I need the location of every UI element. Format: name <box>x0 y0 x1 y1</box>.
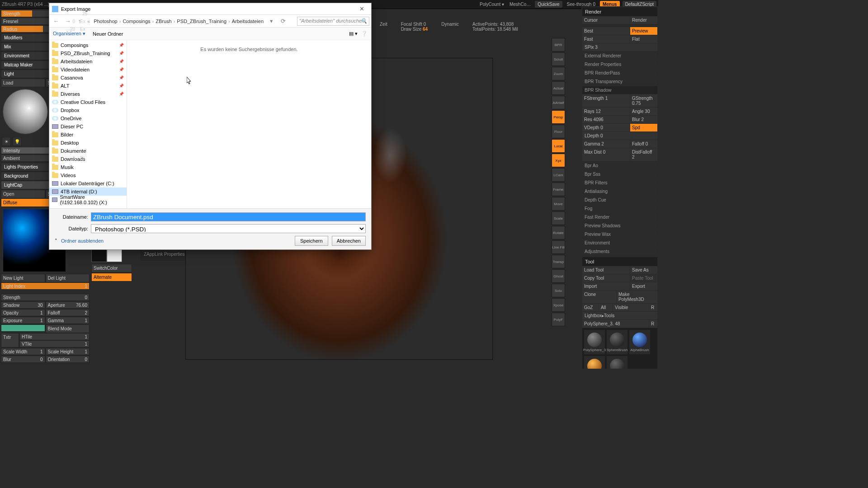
cancel-button[interactable]: Abbrechen <box>332 236 366 246</box>
gamma-slider-r[interactable]: Gamma 2 <box>582 140 630 148</box>
side-aahalf-button[interactable]: AAHalf <box>552 96 565 109</box>
tree-casanova[interactable]: Casanova📌 <box>49 74 127 82</box>
fast-button[interactable]: Fast <box>582 35 630 43</box>
tool-polysphere_3[interactable]: PolySphere_3 <box>584 330 605 354</box>
tree-videos[interactable]: Videos <box>49 171 127 179</box>
res-slider[interactable]: Res 4096 <box>582 116 630 123</box>
tree-downloads[interactable]: Downloads <box>49 155 127 163</box>
render-preview-shadows-header[interactable]: Preview Shadows <box>582 222 657 230</box>
new-folder-button[interactable]: Neuer Ordner <box>93 31 123 37</box>
light-index-slider[interactable]: Light Index1 <box>1 282 90 290</box>
hide-folders-button[interactable]: Ordner ausblenden <box>61 238 104 244</box>
aperture-slider[interactable]: Aperture76.60 <box>46 301 90 309</box>
crumb-dropdown[interactable]: ▾ <box>266 16 276 26</box>
side-line-fill-button[interactable]: Line Fill <box>552 240 565 254</box>
paste-tool-button[interactable]: Paste Tool <box>630 274 657 282</box>
hide-folders-chevron[interactable]: ˄ <box>55 238 57 244</box>
render-fog-header[interactable]: Fog <box>582 205 657 212</box>
tree-musik[interactable]: Musik <box>49 163 127 171</box>
tree-lokaler-datentr-ger-c-[interactable]: Lokaler Datenträger (C:) <box>49 179 127 188</box>
del-light-button[interactable]: Del Light <box>46 274 90 282</box>
color-swatch-white[interactable] <box>107 249 122 262</box>
txtr-button[interactable]: Txtr <box>1 333 19 347</box>
side-xpose-button[interactable]: Xpose <box>552 298 565 312</box>
light-sun-icon[interactable]: ☀ <box>2 137 11 146</box>
side-bpr-button[interactable]: BPR <box>552 38 565 52</box>
close-button[interactable]: ✕ <box>355 5 368 14</box>
goz-visible-button[interactable]: Visible <box>613 304 649 311</box>
render-props-header[interactable]: Render Properties <box>582 61 657 68</box>
side-actual-button[interactable]: Actual <box>552 81 565 95</box>
crumb-zbrush[interactable]: ZBrush <box>155 19 172 24</box>
export-button[interactable]: Export <box>630 282 657 290</box>
side-lcam-button[interactable]: LCam <box>552 168 565 182</box>
color-swatch-black[interactable] <box>91 249 107 262</box>
make-polymesh-button[interactable]: Make PolyMesh3D <box>617 291 657 303</box>
tree-composings[interactable]: Composings📌 <box>49 41 127 49</box>
nav-back-button[interactable]: ← <box>51 16 61 26</box>
rays-slider[interactable]: Rays 12 <box>582 108 630 115</box>
current-mesh[interactable]: PolySphere_3. 48 <box>582 320 649 328</box>
save-button[interactable]: Speichern <box>295 236 328 246</box>
distfalloff-slider[interactable]: DistFalloff 2 <box>630 148 657 161</box>
side-xyz-button[interactable]: Xyz <box>552 154 565 167</box>
htile-slider[interactable]: HTile1 <box>19 333 90 340</box>
tree-alt[interactable]: ALT📌 <box>49 82 127 90</box>
goz-all-button[interactable]: All <box>599 304 613 311</box>
tree-psd-zbrush-training[interactable]: PSD_ZBrush_Training📌 <box>49 49 127 57</box>
orientation-slider[interactable]: Orientation0 <box>46 356 90 363</box>
render-button[interactable]: Render <box>630 16 657 24</box>
vdepth-slider[interactable]: VDepth 0 <box>582 124 630 131</box>
side-scale-button[interactable]: Scale <box>552 211 565 225</box>
light-load-button[interactable]: Load <box>1 79 45 87</box>
shadow-slider[interactable]: Shadow30 <box>1 301 45 309</box>
tree-creative-cloud-files[interactable]: Creative Cloud Files <box>49 98 127 106</box>
copy-tool-button[interactable]: Copy Tool <box>582 274 630 282</box>
maxdist-slider[interactable]: Max Dist 0 <box>582 148 630 161</box>
tool-spherebrush[interactable]: SphereBrush <box>607 330 627 354</box>
tree-diverses[interactable]: Diverses📌 <box>49 90 127 98</box>
gstrength-slider[interactable]: GStrength 0.75 <box>630 94 657 107</box>
tree-dokumente[interactable]: Dokumente <box>49 147 127 155</box>
scale-width-slider[interactable]: Scale Width1 <box>1 348 45 355</box>
render-antialiasing-header[interactable]: Antialiasing <box>582 188 657 195</box>
crumb-composings[interactable]: Composings <box>122 19 151 24</box>
crumb-psd_zbrush_training[interactable]: PSD_ZBrush_Training <box>176 19 227 24</box>
switchcolor-button[interactable]: SwitchColor <box>91 264 132 272</box>
crumb-arbeitsdateien[interactable]: Arbeitsdateien <box>231 19 264 24</box>
flat-button[interactable]: Flat <box>630 35 657 43</box>
tool-alphabrush[interactable]: AlphaBrush <box>629 330 650 354</box>
tree-desktop[interactable]: Desktop <box>49 139 127 147</box>
ldepth-slider[interactable]: LDepth 0 <box>582 132 657 140</box>
meshco-menu[interactable]: MeshCo… <box>508 2 532 7</box>
ext-renderer-header[interactable]: External Renderer <box>582 52 657 60</box>
dialog-titlebar[interactable]: Export Image ✕ <box>49 3 371 15</box>
blur-slider[interactable]: Blur0 <box>1 356 45 363</box>
filetype-select[interactable]: Photoshop (*.PSD) <box>91 224 366 233</box>
tree-dieser-pc[interactable]: Dieser PC <box>49 122 127 131</box>
side-transp-button[interactable]: Transp <box>552 255 565 268</box>
tree-bilder[interactable]: Bilder <box>49 131 127 139</box>
spix-slider[interactable]: SPix 3 <box>582 43 657 51</box>
spd-button[interactable]: Spd <box>630 124 657 131</box>
side-move-button[interactable]: Move <box>552 197 565 211</box>
render-depth-cue-header[interactable]: Depth Cue <box>582 196 657 204</box>
new-light-button[interactable]: New Light <box>1 274 45 282</box>
vtile-slider[interactable]: VTile1 <box>19 340 90 347</box>
alternate-button[interactable]: Alternate <box>91 273 132 282</box>
bpr-shadow-header[interactable]: BPR Shadow <box>582 86 657 94</box>
exposure-slider[interactable]: Exposure1 <box>1 317 45 324</box>
lightcap-open-button[interactable]: Open <box>1 190 45 198</box>
side-scroll-button[interactable]: Scroll <box>552 52 565 66</box>
tool-simplebrush[interactable]: SimpleBrush <box>584 356 605 369</box>
render-bpr-ao-header[interactable]: Bpr Ao <box>582 162 657 169</box>
opacity-slider[interactable]: Opacity1 <box>1 309 45 316</box>
tree-dropbox[interactable]: Dropbox <box>49 106 127 114</box>
side-solo-button[interactable]: Solo <box>552 284 565 297</box>
refresh-button[interactable]: ⟳ <box>278 16 288 26</box>
render-preview-wax-header[interactable]: Preview Wax <box>582 230 657 238</box>
preview-button[interactable]: Preview <box>630 27 657 35</box>
crumb-photoshop[interactable]: Photoshop <box>93 19 118 24</box>
tool-eraserbrush[interactable]: EraserBrush <box>607 356 627 369</box>
help-button[interactable]: ❔ <box>361 31 368 37</box>
